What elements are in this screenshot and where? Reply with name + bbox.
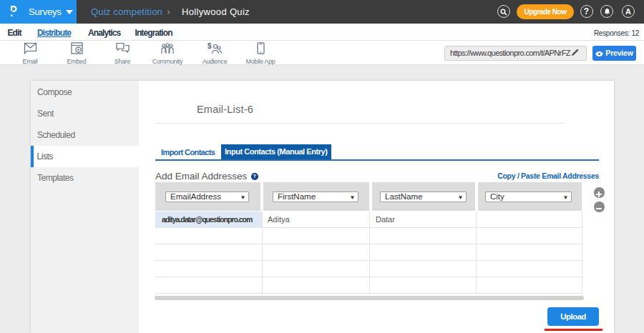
svg-text:$: $ (208, 42, 212, 50)
